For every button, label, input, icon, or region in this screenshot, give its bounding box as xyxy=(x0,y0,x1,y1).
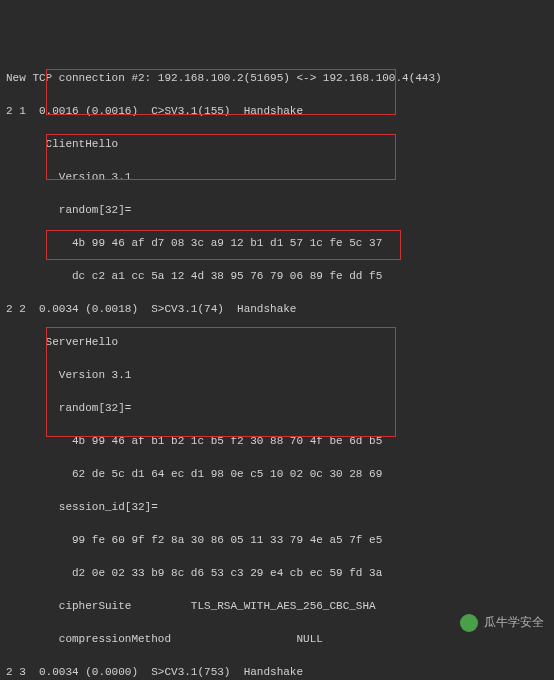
client-hello-label: ClientHello xyxy=(6,136,548,153)
server-hello-label: ServerHello xyxy=(6,334,548,351)
session-id-2: d2 0e 02 33 b9 8c d6 53 c3 29 e4 cb ec 5… xyxy=(6,565,548,582)
server-hello-version: Version 3.1 xyxy=(6,367,548,384)
watermark-text: 瓜牛学安全 xyxy=(484,614,544,632)
server-random-2: 62 de 5c d1 64 ec d1 98 0e c5 10 02 0c 3… xyxy=(6,466,548,483)
connection-header: New TCP connection #2: 192.168.100.2(516… xyxy=(6,70,548,87)
client-random-2: dc c2 a1 cc 5a 12 4d 38 95 76 79 06 89 f… xyxy=(6,268,548,285)
watermark-icon xyxy=(460,614,478,632)
client-random-1: 4b 99 46 af d7 08 3c a9 12 b1 d1 57 1c f… xyxy=(6,235,548,252)
record-2-1: 2 1 0.0016 (0.0016) C>SV3.1(155) Handsha… xyxy=(6,103,548,120)
cipher-suite: cipherSuite TLS_RSA_WITH_AES_256_CBC_SHA xyxy=(6,598,548,615)
server-random-1: 4b 99 46 af b1 b2 1c b5 f2 30 88 70 4f b… xyxy=(6,433,548,450)
record-2-3: 2 3 0.0034 (0.0000) S>CV3.1(753) Handsha… xyxy=(6,664,548,680)
client-random-label: random[32]= xyxy=(6,202,548,219)
session-id-1: 99 fe 60 9f f2 8a 30 86 05 11 33 79 4e a… xyxy=(6,532,548,549)
compression-method: compressionMethod NULL xyxy=(6,631,548,648)
server-random-label: random[32]= xyxy=(6,400,548,417)
session-id-label: session_id[32]= xyxy=(6,499,548,516)
record-2-2: 2 2 0.0034 (0.0018) S>CV3.1(74) Handshak… xyxy=(6,301,548,318)
watermark: 瓜牛学安全 xyxy=(460,614,544,632)
client-hello-version: Version 3.1 xyxy=(6,169,548,186)
